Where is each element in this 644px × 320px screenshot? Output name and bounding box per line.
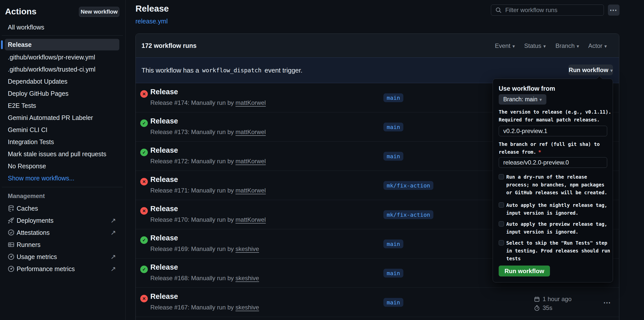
ref-input[interactable] bbox=[499, 157, 607, 168]
sidebar-item-attestations[interactable]: Attestations ↗ bbox=[0, 227, 126, 239]
actor-link[interactable]: mattKorwel bbox=[236, 187, 266, 194]
actor-link[interactable]: mattKorwel bbox=[236, 129, 266, 135]
verified-icon bbox=[8, 229, 15, 236]
version-input[interactable] bbox=[499, 126, 607, 136]
sidebar-item-runners[interactable]: Runners bbox=[0, 239, 126, 251]
success-status-icon: ✓ bbox=[140, 266, 148, 273]
branch-badge[interactable]: main bbox=[383, 239, 403, 248]
run-kebab-menu-button[interactable]: ⋯ bbox=[600, 297, 615, 307]
run-title[interactable]: Release bbox=[150, 205, 178, 213]
sidebar-item-label: Performance metrics bbox=[17, 263, 75, 275]
sidebar-item-workflow[interactable]: Gemini CLI CI bbox=[0, 124, 126, 136]
page-title: Release bbox=[135, 4, 169, 14]
actor-link[interactable]: mattKorwel bbox=[236, 216, 266, 223]
chevron-down-icon: ▾ bbox=[540, 97, 542, 102]
run-title[interactable]: Release bbox=[150, 292, 178, 301]
branch-badge[interactable]: main bbox=[383, 152, 403, 161]
sidebar-title: Actions bbox=[5, 7, 37, 16]
sidebar-item-workflow[interactable]: Gemini Automated PR Labeler bbox=[0, 112, 126, 124]
checkbox-label: Select to skip the "Run Tests" step in t… bbox=[506, 239, 610, 263]
cache-icon bbox=[8, 205, 15, 212]
branch-badge[interactable]: mk/fix-action bbox=[383, 210, 433, 219]
actor-link[interactable]: mattKorwel bbox=[236, 158, 266, 165]
meter-icon bbox=[8, 253, 15, 260]
branch-selector-button[interactable]: Branch: main▾ bbox=[499, 94, 546, 105]
show-more-workflows-link[interactable]: Show more workflows... bbox=[0, 172, 126, 184]
sidebar-item-performance-metrics[interactable]: Performance metrics ↗ bbox=[0, 263, 126, 275]
external-link-icon: ↗ bbox=[110, 263, 116, 275]
sidebar-item-workflow[interactable]: E2E Tests bbox=[0, 100, 126, 112]
workflow-run-row[interactable]: ✕ Release Release #167: Manually run by … bbox=[136, 288, 619, 317]
filter-workflow-runs-field[interactable] bbox=[491, 5, 604, 16]
sidebar-item-deployments[interactable]: Deployments ↗ bbox=[0, 214, 126, 227]
failure-status-icon: ✕ bbox=[140, 178, 148, 185]
chevron-down-icon: ▾ bbox=[610, 68, 613, 73]
actor-link[interactable]: mattKorwel bbox=[236, 99, 266, 106]
chevron-down-icon: ▾ bbox=[604, 44, 607, 49]
run-description: Release #167: Manually run by skeshive bbox=[150, 304, 259, 311]
checkbox-label: Auto apply the preview release tag, inpu… bbox=[506, 220, 607, 236]
branch-badge[interactable]: main bbox=[383, 269, 403, 277]
actions-sidebar: Actions New workflow All workflows Relea… bbox=[0, 0, 126, 320]
checkbox[interactable] bbox=[499, 202, 504, 208]
sidebar-item-workflow[interactable]: Integration Tests bbox=[0, 136, 126, 148]
run-description: Release #174: Manually run by mattKorwel bbox=[150, 99, 266, 106]
branch-filter-dropdown[interactable]: Branch▾ bbox=[555, 34, 579, 58]
failure-status-icon: ✕ bbox=[140, 90, 148, 98]
failure-status-icon: ✕ bbox=[140, 295, 148, 302]
header-kebab-menu-button[interactable]: ⋯ bbox=[608, 5, 620, 16]
sidebar-item-label: Attestations bbox=[17, 227, 50, 239]
actor-link[interactable]: skeshive bbox=[236, 275, 259, 281]
branch-badge[interactable]: main bbox=[383, 122, 403, 131]
run-title[interactable]: Release bbox=[150, 234, 178, 242]
workflow-file-link[interactable]: release.yml bbox=[135, 18, 168, 25]
management-section-header: Management bbox=[8, 190, 119, 202]
status-filter-dropdown[interactable]: Status▾ bbox=[524, 34, 546, 58]
chevron-down-icon: ▾ bbox=[512, 44, 515, 49]
checkbox-label: Auto apply the nightly release tag, inpu… bbox=[506, 201, 607, 217]
run-description: Release #172: Manually run by mattKorwel bbox=[150, 158, 266, 165]
run-workflow-submit-button[interactable]: Run workflow bbox=[499, 266, 550, 276]
sidebar-item-workflow[interactable]: .github/workflows/pr-review.yml bbox=[0, 51, 126, 63]
sidebar-item-label: Deployments bbox=[17, 214, 53, 227]
run-title[interactable]: Release bbox=[150, 175, 178, 184]
sidebar-divider bbox=[2, 35, 123, 36]
actor-filter-dropdown[interactable]: Actor▾ bbox=[588, 34, 607, 58]
branch-badge[interactable]: mk/fix-action bbox=[383, 181, 433, 190]
run-description: Release #170: Manually run by mattKorwel bbox=[150, 216, 266, 223]
run-duration: 35s bbox=[543, 304, 552, 311]
sidebar-item-caches[interactable]: Caches bbox=[0, 202, 126, 214]
checkbox[interactable] bbox=[499, 240, 504, 245]
sidebar-item-all-workflows[interactable]: All workflows bbox=[0, 21, 126, 33]
sidebar-item-label: Runners bbox=[17, 239, 41, 251]
run-description: Release #168: Manually run by skeshive bbox=[150, 275, 259, 282]
search-input[interactable] bbox=[505, 7, 599, 14]
success-status-icon: ✓ bbox=[140, 119, 148, 127]
branch-badge[interactable]: main bbox=[383, 298, 403, 307]
new-workflow-button[interactable]: New workflow bbox=[79, 7, 119, 17]
sidebar-item-release-selected[interactable]: Release bbox=[5, 39, 119, 50]
run-title[interactable]: Release bbox=[150, 88, 178, 96]
run-title[interactable]: Release bbox=[150, 263, 178, 271]
sidebar-item-label: Usage metrics bbox=[17, 251, 57, 263]
branch-badge[interactable]: main bbox=[383, 93, 403, 102]
search-icon bbox=[495, 7, 502, 13]
sidebar-item-workflow[interactable]: No Response bbox=[0, 160, 126, 172]
event-filter-dropdown[interactable]: Event▾ bbox=[495, 34, 515, 58]
external-link-icon: ↗ bbox=[110, 251, 116, 263]
sidebar-item-workflow[interactable]: Dependabot Updates bbox=[0, 75, 126, 87]
run-title[interactable]: Release bbox=[150, 146, 178, 154]
run-description: Release #169: Manually run by skeshive bbox=[150, 245, 259, 252]
sidebar-item-workflow[interactable]: Deploy GitHub Pages bbox=[0, 87, 126, 100]
sidebar-item-usage-metrics[interactable]: Usage metrics ↗ bbox=[0, 251, 126, 263]
checkbox[interactable] bbox=[499, 221, 504, 227]
run-title[interactable]: Release bbox=[150, 117, 178, 125]
actor-link[interactable]: skeshive bbox=[236, 304, 259, 311]
actor-link[interactable]: skeshive bbox=[236, 245, 259, 252]
checkbox-label: Run a dry-run of the release process; no… bbox=[506, 173, 607, 197]
checkbox[interactable] bbox=[499, 174, 504, 179]
run-workflow-dropdown-button[interactable]: Run workflow▾ bbox=[568, 65, 613, 75]
sidebar-item-workflow[interactable]: .github/workflows/trusted-ci.yml bbox=[0, 63, 126, 75]
sidebar-divider bbox=[2, 187, 123, 187]
sidebar-item-workflow[interactable]: Mark stale issues and pull requests bbox=[0, 148, 126, 160]
